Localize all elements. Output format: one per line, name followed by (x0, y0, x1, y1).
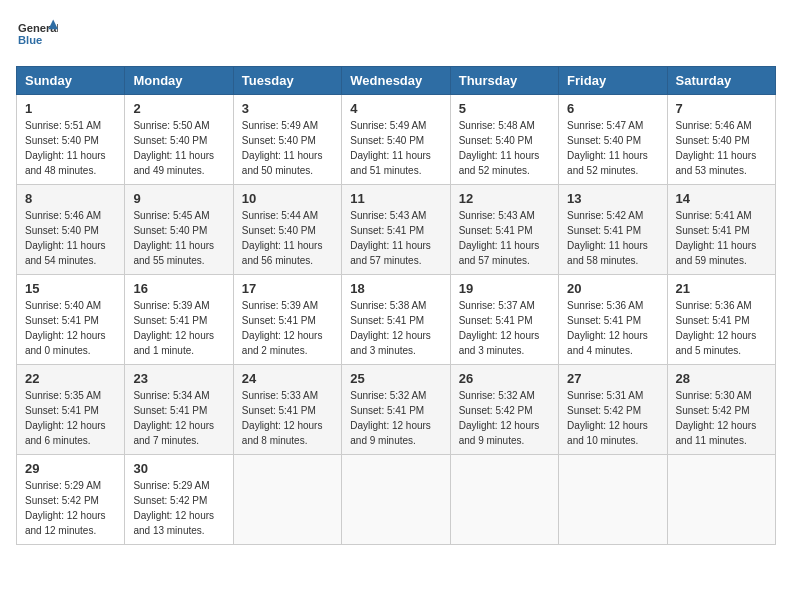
day-info: Sunrise: 5:32 AMSunset: 5:42 PMDaylight:… (459, 388, 550, 448)
calendar-cell: 8Sunrise: 5:46 AMSunset: 5:40 PMDaylight… (17, 185, 125, 275)
day-number: 18 (350, 281, 441, 296)
day-header-saturday: Saturday (667, 67, 775, 95)
day-number: 28 (676, 371, 767, 386)
page-header: General Blue (16, 16, 776, 56)
day-number: 29 (25, 461, 116, 476)
calendar-week-5: 29Sunrise: 5:29 AMSunset: 5:42 PMDayligh… (17, 455, 776, 545)
day-info: Sunrise: 5:49 AMSunset: 5:40 PMDaylight:… (350, 118, 441, 178)
day-header-wednesday: Wednesday (342, 67, 450, 95)
day-number: 21 (676, 281, 767, 296)
day-info: Sunrise: 5:40 AMSunset: 5:41 PMDaylight:… (25, 298, 116, 358)
day-number: 5 (459, 101, 550, 116)
day-info: Sunrise: 5:43 AMSunset: 5:41 PMDaylight:… (459, 208, 550, 268)
calendar-cell (667, 455, 775, 545)
calendar-cell: 7Sunrise: 5:46 AMSunset: 5:40 PMDaylight… (667, 95, 775, 185)
calendar-cell: 21Sunrise: 5:36 AMSunset: 5:41 PMDayligh… (667, 275, 775, 365)
day-number: 22 (25, 371, 116, 386)
day-number: 27 (567, 371, 658, 386)
day-info: Sunrise: 5:45 AMSunset: 5:40 PMDaylight:… (133, 208, 224, 268)
day-number: 12 (459, 191, 550, 206)
calendar-cell: 15Sunrise: 5:40 AMSunset: 5:41 PMDayligh… (17, 275, 125, 365)
day-header-friday: Friday (559, 67, 667, 95)
day-info: Sunrise: 5:47 AMSunset: 5:40 PMDaylight:… (567, 118, 658, 178)
calendar-week-3: 15Sunrise: 5:40 AMSunset: 5:41 PMDayligh… (17, 275, 776, 365)
calendar-cell: 29Sunrise: 5:29 AMSunset: 5:42 PMDayligh… (17, 455, 125, 545)
day-number: 14 (676, 191, 767, 206)
day-number: 7 (676, 101, 767, 116)
calendar-cell: 10Sunrise: 5:44 AMSunset: 5:40 PMDayligh… (233, 185, 341, 275)
svg-text:Blue: Blue (18, 34, 42, 46)
day-info: Sunrise: 5:38 AMSunset: 5:41 PMDaylight:… (350, 298, 441, 358)
calendar-cell: 18Sunrise: 5:38 AMSunset: 5:41 PMDayligh… (342, 275, 450, 365)
calendar-cell: 3Sunrise: 5:49 AMSunset: 5:40 PMDaylight… (233, 95, 341, 185)
day-info: Sunrise: 5:46 AMSunset: 5:40 PMDaylight:… (676, 118, 767, 178)
day-number: 1 (25, 101, 116, 116)
day-header-thursday: Thursday (450, 67, 558, 95)
day-number: 23 (133, 371, 224, 386)
day-number: 30 (133, 461, 224, 476)
day-info: Sunrise: 5:39 AMSunset: 5:41 PMDaylight:… (133, 298, 224, 358)
calendar-cell (559, 455, 667, 545)
calendar-cell: 11Sunrise: 5:43 AMSunset: 5:41 PMDayligh… (342, 185, 450, 275)
day-number: 16 (133, 281, 224, 296)
calendar-cell: 20Sunrise: 5:36 AMSunset: 5:41 PMDayligh… (559, 275, 667, 365)
day-info: Sunrise: 5:44 AMSunset: 5:40 PMDaylight:… (242, 208, 333, 268)
day-number: 13 (567, 191, 658, 206)
day-header-sunday: Sunday (17, 67, 125, 95)
day-number: 9 (133, 191, 224, 206)
day-header-monday: Monday (125, 67, 233, 95)
day-info: Sunrise: 5:30 AMSunset: 5:42 PMDaylight:… (676, 388, 767, 448)
calendar-cell: 13Sunrise: 5:42 AMSunset: 5:41 PMDayligh… (559, 185, 667, 275)
day-info: Sunrise: 5:36 AMSunset: 5:41 PMDaylight:… (676, 298, 767, 358)
day-info: Sunrise: 5:51 AMSunset: 5:40 PMDaylight:… (25, 118, 116, 178)
day-info: Sunrise: 5:31 AMSunset: 5:42 PMDaylight:… (567, 388, 658, 448)
day-header-tuesday: Tuesday (233, 67, 341, 95)
calendar-cell: 1Sunrise: 5:51 AMSunset: 5:40 PMDaylight… (17, 95, 125, 185)
day-number: 15 (25, 281, 116, 296)
day-number: 10 (242, 191, 333, 206)
day-number: 3 (242, 101, 333, 116)
day-number: 24 (242, 371, 333, 386)
calendar-cell: 17Sunrise: 5:39 AMSunset: 5:41 PMDayligh… (233, 275, 341, 365)
day-number: 26 (459, 371, 550, 386)
calendar-cell: 6Sunrise: 5:47 AMSunset: 5:40 PMDaylight… (559, 95, 667, 185)
day-number: 20 (567, 281, 658, 296)
calendar-cell: 26Sunrise: 5:32 AMSunset: 5:42 PMDayligh… (450, 365, 558, 455)
day-info: Sunrise: 5:29 AMSunset: 5:42 PMDaylight:… (25, 478, 116, 538)
calendar-cell: 12Sunrise: 5:43 AMSunset: 5:41 PMDayligh… (450, 185, 558, 275)
calendar-week-4: 22Sunrise: 5:35 AMSunset: 5:41 PMDayligh… (17, 365, 776, 455)
day-info: Sunrise: 5:39 AMSunset: 5:41 PMDaylight:… (242, 298, 333, 358)
day-info: Sunrise: 5:41 AMSunset: 5:41 PMDaylight:… (676, 208, 767, 268)
day-info: Sunrise: 5:42 AMSunset: 5:41 PMDaylight:… (567, 208, 658, 268)
day-info: Sunrise: 5:37 AMSunset: 5:41 PMDaylight:… (459, 298, 550, 358)
day-number: 8 (25, 191, 116, 206)
calendar-week-2: 8Sunrise: 5:46 AMSunset: 5:40 PMDaylight… (17, 185, 776, 275)
day-number: 19 (459, 281, 550, 296)
day-number: 25 (350, 371, 441, 386)
calendar-cell (233, 455, 341, 545)
day-info: Sunrise: 5:48 AMSunset: 5:40 PMDaylight:… (459, 118, 550, 178)
logo: General Blue (16, 16, 58, 56)
day-info: Sunrise: 5:35 AMSunset: 5:41 PMDaylight:… (25, 388, 116, 448)
calendar-cell: 9Sunrise: 5:45 AMSunset: 5:40 PMDaylight… (125, 185, 233, 275)
calendar-cell: 27Sunrise: 5:31 AMSunset: 5:42 PMDayligh… (559, 365, 667, 455)
day-info: Sunrise: 5:43 AMSunset: 5:41 PMDaylight:… (350, 208, 441, 268)
calendar-cell: 24Sunrise: 5:33 AMSunset: 5:41 PMDayligh… (233, 365, 341, 455)
calendar-cell: 5Sunrise: 5:48 AMSunset: 5:40 PMDaylight… (450, 95, 558, 185)
calendar-cell: 2Sunrise: 5:50 AMSunset: 5:40 PMDaylight… (125, 95, 233, 185)
day-info: Sunrise: 5:36 AMSunset: 5:41 PMDaylight:… (567, 298, 658, 358)
day-number: 17 (242, 281, 333, 296)
calendar-cell: 16Sunrise: 5:39 AMSunset: 5:41 PMDayligh… (125, 275, 233, 365)
calendar-cell: 22Sunrise: 5:35 AMSunset: 5:41 PMDayligh… (17, 365, 125, 455)
day-number: 2 (133, 101, 224, 116)
day-number: 6 (567, 101, 658, 116)
day-info: Sunrise: 5:29 AMSunset: 5:42 PMDaylight:… (133, 478, 224, 538)
calendar-cell: 19Sunrise: 5:37 AMSunset: 5:41 PMDayligh… (450, 275, 558, 365)
calendar-cell: 4Sunrise: 5:49 AMSunset: 5:40 PMDaylight… (342, 95, 450, 185)
calendar-table: SundayMondayTuesdayWednesdayThursdayFrid… (16, 66, 776, 545)
day-info: Sunrise: 5:34 AMSunset: 5:41 PMDaylight:… (133, 388, 224, 448)
calendar-cell: 30Sunrise: 5:29 AMSunset: 5:42 PMDayligh… (125, 455, 233, 545)
calendar-cell (342, 455, 450, 545)
calendar-cell: 28Sunrise: 5:30 AMSunset: 5:42 PMDayligh… (667, 365, 775, 455)
calendar-cell: 14Sunrise: 5:41 AMSunset: 5:41 PMDayligh… (667, 185, 775, 275)
